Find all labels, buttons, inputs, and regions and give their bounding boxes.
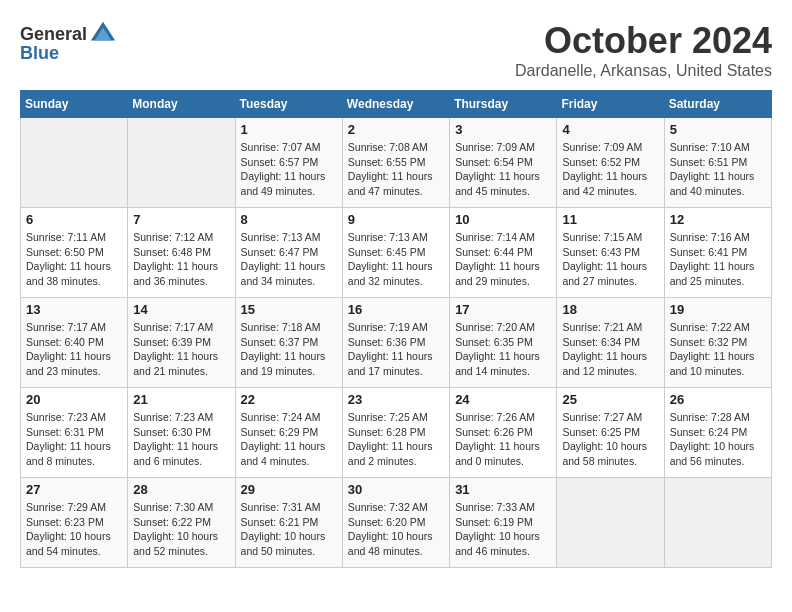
location-title: Dardanelle, Arkansas, United States — [515, 62, 772, 80]
calendar-cell — [128, 118, 235, 208]
calendar-cell: 15Sunrise: 7:18 AM Sunset: 6:37 PM Dayli… — [235, 298, 342, 388]
calendar-cell: 14Sunrise: 7:17 AM Sunset: 6:39 PM Dayli… — [128, 298, 235, 388]
day-number: 12 — [670, 212, 766, 227]
calendar-cell: 20Sunrise: 7:23 AM Sunset: 6:31 PM Dayli… — [21, 388, 128, 478]
calendar-cell: 19Sunrise: 7:22 AM Sunset: 6:32 PM Dayli… — [664, 298, 771, 388]
title-section: October 2024 Dardanelle, Arkansas, Unite… — [515, 20, 772, 80]
calendar-header-saturday: Saturday — [664, 91, 771, 118]
day-number: 6 — [26, 212, 122, 227]
day-info: Sunrise: 7:26 AM Sunset: 6:26 PM Dayligh… — [455, 410, 551, 469]
day-info: Sunrise: 7:10 AM Sunset: 6:51 PM Dayligh… — [670, 140, 766, 199]
day-number: 31 — [455, 482, 551, 497]
calendar-cell: 17Sunrise: 7:20 AM Sunset: 6:35 PM Dayli… — [450, 298, 557, 388]
day-number: 2 — [348, 122, 444, 137]
day-number: 23 — [348, 392, 444, 407]
day-info: Sunrise: 7:07 AM Sunset: 6:57 PM Dayligh… — [241, 140, 337, 199]
calendar-cell: 29Sunrise: 7:31 AM Sunset: 6:21 PM Dayli… — [235, 478, 342, 568]
day-number: 17 — [455, 302, 551, 317]
day-number: 19 — [670, 302, 766, 317]
day-info: Sunrise: 7:20 AM Sunset: 6:35 PM Dayligh… — [455, 320, 551, 379]
day-info: Sunrise: 7:13 AM Sunset: 6:47 PM Dayligh… — [241, 230, 337, 289]
day-number: 3 — [455, 122, 551, 137]
day-number: 14 — [133, 302, 229, 317]
calendar-cell: 27Sunrise: 7:29 AM Sunset: 6:23 PM Dayli… — [21, 478, 128, 568]
day-info: Sunrise: 7:15 AM Sunset: 6:43 PM Dayligh… — [562, 230, 658, 289]
calendar-cell: 2Sunrise: 7:08 AM Sunset: 6:55 PM Daylig… — [342, 118, 449, 208]
day-number: 28 — [133, 482, 229, 497]
day-info: Sunrise: 7:33 AM Sunset: 6:19 PM Dayligh… — [455, 500, 551, 559]
day-info: Sunrise: 7:11 AM Sunset: 6:50 PM Dayligh… — [26, 230, 122, 289]
calendar-cell: 24Sunrise: 7:26 AM Sunset: 6:26 PM Dayli… — [450, 388, 557, 478]
day-info: Sunrise: 7:17 AM Sunset: 6:39 PM Dayligh… — [133, 320, 229, 379]
day-info: Sunrise: 7:21 AM Sunset: 6:34 PM Dayligh… — [562, 320, 658, 379]
calendar-cell: 9Sunrise: 7:13 AM Sunset: 6:45 PM Daylig… — [342, 208, 449, 298]
day-number: 16 — [348, 302, 444, 317]
calendar-cell: 7Sunrise: 7:12 AM Sunset: 6:48 PM Daylig… — [128, 208, 235, 298]
day-info: Sunrise: 7:25 AM Sunset: 6:28 PM Dayligh… — [348, 410, 444, 469]
day-number: 15 — [241, 302, 337, 317]
day-number: 10 — [455, 212, 551, 227]
calendar-cell: 22Sunrise: 7:24 AM Sunset: 6:29 PM Dayli… — [235, 388, 342, 478]
calendar-cell — [21, 118, 128, 208]
day-info: Sunrise: 7:28 AM Sunset: 6:24 PM Dayligh… — [670, 410, 766, 469]
day-number: 24 — [455, 392, 551, 407]
calendar-week-row: 27Sunrise: 7:29 AM Sunset: 6:23 PM Dayli… — [21, 478, 772, 568]
calendar-week-row: 1Sunrise: 7:07 AM Sunset: 6:57 PM Daylig… — [21, 118, 772, 208]
calendar-cell: 18Sunrise: 7:21 AM Sunset: 6:34 PM Dayli… — [557, 298, 664, 388]
day-number: 22 — [241, 392, 337, 407]
day-number: 4 — [562, 122, 658, 137]
day-number: 29 — [241, 482, 337, 497]
calendar-header-monday: Monday — [128, 91, 235, 118]
day-info: Sunrise: 7:29 AM Sunset: 6:23 PM Dayligh… — [26, 500, 122, 559]
calendar-cell: 11Sunrise: 7:15 AM Sunset: 6:43 PM Dayli… — [557, 208, 664, 298]
calendar-header-tuesday: Tuesday — [235, 91, 342, 118]
calendar-header-sunday: Sunday — [21, 91, 128, 118]
calendar-week-row: 13Sunrise: 7:17 AM Sunset: 6:40 PM Dayli… — [21, 298, 772, 388]
calendar-header-row: SundayMondayTuesdayWednesdayThursdayFrid… — [21, 91, 772, 118]
logo-icon — [89, 20, 117, 48]
logo: General Blue — [20, 20, 117, 64]
day-info: Sunrise: 7:19 AM Sunset: 6:36 PM Dayligh… — [348, 320, 444, 379]
calendar-cell — [664, 478, 771, 568]
day-info: Sunrise: 7:14 AM Sunset: 6:44 PM Dayligh… — [455, 230, 551, 289]
day-info: Sunrise: 7:30 AM Sunset: 6:22 PM Dayligh… — [133, 500, 229, 559]
day-number: 18 — [562, 302, 658, 317]
day-number: 20 — [26, 392, 122, 407]
calendar-cell: 16Sunrise: 7:19 AM Sunset: 6:36 PM Dayli… — [342, 298, 449, 388]
calendar-cell: 10Sunrise: 7:14 AM Sunset: 6:44 PM Dayli… — [450, 208, 557, 298]
calendar-cell: 13Sunrise: 7:17 AM Sunset: 6:40 PM Dayli… — [21, 298, 128, 388]
calendar-cell: 31Sunrise: 7:33 AM Sunset: 6:19 PM Dayli… — [450, 478, 557, 568]
day-info: Sunrise: 7:17 AM Sunset: 6:40 PM Dayligh… — [26, 320, 122, 379]
day-number: 13 — [26, 302, 122, 317]
calendar-cell: 25Sunrise: 7:27 AM Sunset: 6:25 PM Dayli… — [557, 388, 664, 478]
calendar-week-row: 20Sunrise: 7:23 AM Sunset: 6:31 PM Dayli… — [21, 388, 772, 478]
day-info: Sunrise: 7:09 AM Sunset: 6:52 PM Dayligh… — [562, 140, 658, 199]
day-info: Sunrise: 7:18 AM Sunset: 6:37 PM Dayligh… — [241, 320, 337, 379]
day-number: 9 — [348, 212, 444, 227]
calendar-header-thursday: Thursday — [450, 91, 557, 118]
day-number: 27 — [26, 482, 122, 497]
day-number: 11 — [562, 212, 658, 227]
day-info: Sunrise: 7:16 AM Sunset: 6:41 PM Dayligh… — [670, 230, 766, 289]
month-title: October 2024 — [515, 20, 772, 62]
day-info: Sunrise: 7:31 AM Sunset: 6:21 PM Dayligh… — [241, 500, 337, 559]
day-number: 30 — [348, 482, 444, 497]
day-number: 25 — [562, 392, 658, 407]
calendar-cell — [557, 478, 664, 568]
calendar-cell: 28Sunrise: 7:30 AM Sunset: 6:22 PM Dayli… — [128, 478, 235, 568]
calendar-cell: 4Sunrise: 7:09 AM Sunset: 6:52 PM Daylig… — [557, 118, 664, 208]
day-number: 5 — [670, 122, 766, 137]
calendar-cell: 6Sunrise: 7:11 AM Sunset: 6:50 PM Daylig… — [21, 208, 128, 298]
calendar-header-wednesday: Wednesday — [342, 91, 449, 118]
day-number: 7 — [133, 212, 229, 227]
calendar-table: SundayMondayTuesdayWednesdayThursdayFrid… — [20, 90, 772, 568]
day-number: 26 — [670, 392, 766, 407]
day-info: Sunrise: 7:23 AM Sunset: 6:31 PM Dayligh… — [26, 410, 122, 469]
calendar-cell: 12Sunrise: 7:16 AM Sunset: 6:41 PM Dayli… — [664, 208, 771, 298]
calendar-header-friday: Friday — [557, 91, 664, 118]
day-info: Sunrise: 7:32 AM Sunset: 6:20 PM Dayligh… — [348, 500, 444, 559]
day-info: Sunrise: 7:12 AM Sunset: 6:48 PM Dayligh… — [133, 230, 229, 289]
day-info: Sunrise: 7:24 AM Sunset: 6:29 PM Dayligh… — [241, 410, 337, 469]
calendar-cell: 26Sunrise: 7:28 AM Sunset: 6:24 PM Dayli… — [664, 388, 771, 478]
day-info: Sunrise: 7:08 AM Sunset: 6:55 PM Dayligh… — [348, 140, 444, 199]
